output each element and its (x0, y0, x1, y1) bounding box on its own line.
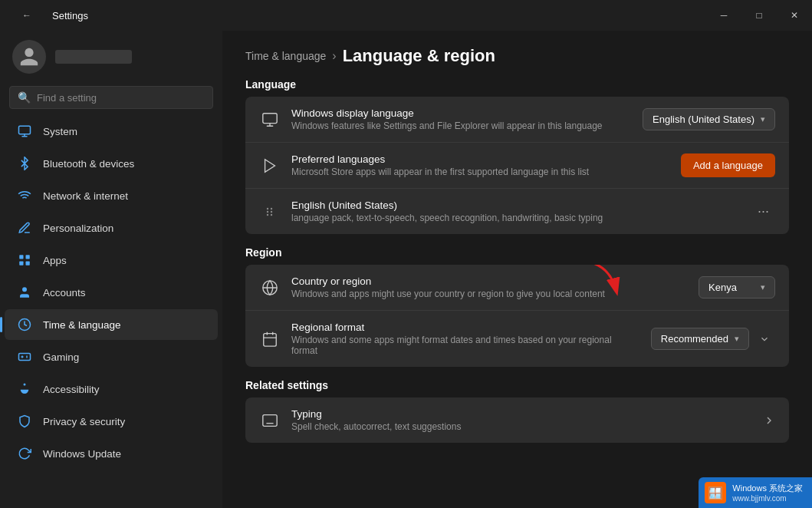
regional-format-label: Regional format (291, 322, 640, 333)
watermark-text: Windows 系统之家 www.bjjmlv.com (732, 483, 803, 503)
more-options-button[interactable]: ··· (751, 200, 775, 223)
minimize-button[interactable]: ─ (706, 3, 741, 28)
svg-point-10 (267, 207, 268, 209)
sidebar-item-network[interactable]: Network & internet (5, 180, 218, 211)
svg-rect-3 (19, 262, 23, 266)
accounts-icon (17, 285, 32, 300)
regional-format-row: Regional format Windows and some apps mi… (245, 311, 789, 367)
display-language-desc: Windows features like Settings and File … (291, 120, 632, 131)
display-language-icon (259, 109, 281, 130)
bluetooth-icon (17, 156, 32, 171)
network-icon (17, 188, 32, 203)
app-body: 🔍 System Bluetooth & devices Network & i… (0, 31, 812, 508)
region-card: Country or region Windows and apps might… (245, 265, 789, 367)
sidebar-item-accessibility-label: Accessibility (43, 384, 100, 395)
sidebar-item-network-label: Network & internet (43, 190, 128, 202)
sidebar-item-time-label: Time & language (43, 319, 121, 331)
typing-text: Typing Spell check, autocorrect, text su… (291, 408, 752, 432)
country-value: Kenya (708, 282, 737, 293)
maximize-button[interactable]: □ (741, 3, 777, 28)
accessibility-icon (17, 381, 32, 397)
sidebar-item-bluetooth-label: Bluetooth & devices (43, 158, 134, 170)
sidebar-item-personalization-label: Personalization (43, 223, 113, 234)
related-settings-card: Typing Spell check, autocorrect, text su… (245, 397, 789, 443)
country-dropdown[interactable]: Kenya ▾ (699, 276, 775, 299)
apps-icon (17, 252, 32, 268)
display-language-control: English (United States) ▾ (643, 108, 775, 130)
breadcrumb: Time & language › Language & region (245, 46, 789, 66)
windows-update-icon (17, 446, 32, 461)
display-language-dropdown[interactable]: English (United States) ▾ (643, 108, 775, 130)
country-region-row: Country or region Windows and apps might… (245, 265, 789, 311)
dropdown-chevron-icon: ▾ (761, 114, 765, 124)
preferred-lang-desc: Microsoft Store apps will appear in the … (291, 167, 670, 177)
sidebar-item-personalization[interactable]: Personalization (5, 213, 218, 243)
sidebar-item-windows-update[interactable]: Windows Update (5, 438, 218, 469)
typing-row: Typing Spell check, autocorrect, text su… (245, 397, 789, 443)
sidebar-item-apps-label: Apps (43, 255, 67, 266)
svg-point-8 (24, 384, 26, 386)
breadcrumb-parent[interactable]: Time & language (245, 50, 326, 62)
country-text: Country or region Windows and apps might… (291, 275, 688, 299)
back-button[interactable]: ← (9, 3, 44, 28)
sidebar-item-bluetooth[interactable]: Bluetooth & devices (5, 148, 218, 179)
search-input[interactable] (37, 92, 205, 104)
svg-rect-4 (26, 262, 30, 266)
titlebar-left: ← Settings (9, 3, 88, 28)
language-section-title: Language (245, 78, 789, 91)
breadcrumb-separator: › (332, 49, 336, 63)
svg-rect-2 (26, 255, 30, 259)
regional-format-control: Recommended ▾ (651, 328, 775, 350)
country-label: Country or region (291, 275, 688, 287)
sidebar-item-system[interactable]: System (5, 116, 218, 147)
svg-rect-9 (263, 113, 277, 123)
add-language-button[interactable]: Add a language (681, 153, 775, 177)
svg-rect-1 (19, 255, 23, 259)
sidebar-item-gaming-label: Gaming (43, 351, 79, 363)
regional-format-dropdown[interactable]: Recommended ▾ (651, 328, 749, 350)
typing-icon (259, 410, 281, 431)
sidebar-item-accessibility[interactable]: Accessibility (5, 374, 218, 404)
search-box[interactable]: 🔍 (9, 86, 213, 109)
english-us-control: ··· (751, 200, 775, 223)
svg-point-13 (271, 207, 272, 209)
preferred-languages-row: Preferred languages Microsoft Store apps… (245, 143, 789, 189)
red-arrow (567, 265, 628, 303)
user-icon (18, 46, 40, 68)
english-us-text: English (United States) language pack, t… (291, 200, 741, 223)
sidebar-item-accounts[interactable]: Accounts (5, 277, 218, 308)
svg-point-12 (267, 213, 268, 215)
gaming-icon (17, 349, 32, 365)
english-us-row: English (United States) language pack, t… (245, 189, 789, 234)
preferred-lang-control: Add a language (681, 153, 775, 177)
sidebar-item-gaming[interactable]: Gaming (5, 341, 218, 372)
country-dropdown-chevron: ▾ (761, 282, 765, 292)
related-settings-title: Related settings (245, 379, 789, 391)
sidebar-item-apps[interactable]: Apps (5, 245, 218, 275)
main-content: Time & language › Language & region Lang… (222, 31, 812, 508)
typing-label: Typing (291, 408, 752, 420)
watermark-icon: 🪟 (705, 482, 726, 503)
regional-format-value: Recommended (661, 333, 728, 345)
sidebar-item-privacy[interactable]: Privacy & security (5, 406, 218, 437)
privacy-icon (17, 414, 32, 429)
display-language-label: Windows display language (291, 107, 632, 119)
preferred-lang-text: Preferred languages Microsoft Store apps… (291, 153, 670, 177)
app-title: Settings (52, 10, 88, 21)
personalization-icon (17, 220, 32, 236)
user-profile[interactable] (0, 31, 222, 83)
window-controls: ─ □ ✕ (706, 3, 812, 28)
language-card: Windows display language Windows feature… (245, 97, 789, 234)
country-icon (259, 277, 281, 299)
preferred-lang-label: Preferred languages (291, 153, 670, 165)
close-button[interactable]: ✕ (777, 3, 812, 28)
sidebar-item-time[interactable]: Time & language (5, 309, 218, 340)
regional-format-expand-button[interactable] (754, 328, 775, 350)
english-us-desc: language pack, text-to-speech, speech re… (291, 213, 741, 223)
avatar (12, 40, 46, 74)
country-desc: Windows and apps might use your country … (291, 289, 688, 299)
display-language-text: Windows display language Windows feature… (291, 107, 632, 131)
svg-point-11 (267, 210, 268, 212)
sidebar-item-windows-update-label: Windows Update (43, 448, 121, 460)
regional-format-chevron: ▾ (735, 334, 739, 344)
